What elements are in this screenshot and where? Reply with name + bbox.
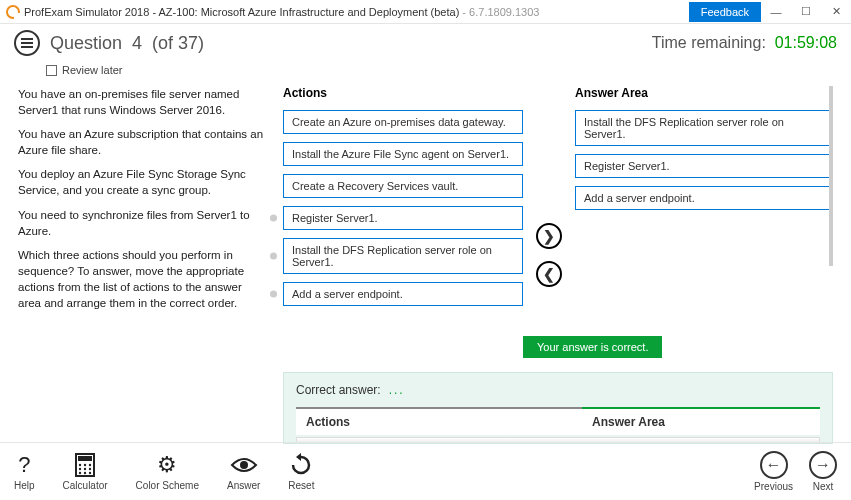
- question-p4: You need to synchronize files from Serve…: [18, 207, 265, 239]
- gear-icon: ⚙: [157, 452, 177, 478]
- question-p1: You have an on-premises file server name…: [18, 86, 265, 118]
- review-label: Review later: [62, 64, 123, 76]
- question-p2: You have an Azure subscription that cont…: [18, 126, 265, 158]
- action-item[interactable]: Install the Azure File Sync agent on Ser…: [283, 142, 523, 166]
- review-later[interactable]: Review later: [0, 62, 851, 82]
- svg-point-6: [84, 468, 86, 470]
- arrow-right-icon: →: [809, 451, 837, 479]
- action-item[interactable]: Register Server1.: [283, 206, 523, 230]
- question-total: (of 37): [152, 33, 204, 53]
- svg-point-5: [79, 468, 81, 470]
- question-text: You have an on-premises file server name…: [18, 86, 283, 444]
- question-p3: You deploy an Azure File Sync Storage Sy…: [18, 166, 265, 198]
- footer-toolbar: ? Help Calculator ⚙ Color Scheme Answer …: [0, 442, 851, 500]
- next-button[interactable]: → Next: [809, 451, 837, 492]
- drag-dot-icon: [270, 291, 277, 298]
- color-scheme-button[interactable]: ⚙ Color Scheme: [136, 452, 199, 491]
- drag-dot-icon: [270, 215, 277, 222]
- correct-answer-title: Answer Area: [582, 407, 820, 435]
- time-remaining: Time remaining: 01:59:08: [652, 34, 837, 52]
- content-area: You have an on-premises file server name…: [0, 82, 851, 444]
- actions-title: Actions: [283, 86, 523, 100]
- answer-label: Answer: [227, 480, 260, 491]
- svg-point-8: [79, 472, 81, 474]
- action-item[interactable]: Create an Azure on-premises data gateway…: [283, 110, 523, 134]
- title-bar: ProfExam Simulator 2018 - AZ-100: Micros…: [0, 0, 851, 24]
- svg-point-9: [84, 472, 86, 474]
- nav-buttons: ← Previous → Next: [754, 451, 837, 492]
- app-logo-icon: [6, 5, 20, 19]
- calculator-button[interactable]: Calculator: [63, 452, 108, 491]
- scrollbar-thumb[interactable]: [829, 86, 833, 266]
- svg-point-10: [89, 472, 91, 474]
- app-version: - 6.7.1809.1303: [459, 6, 539, 18]
- reset-label: Reset: [288, 480, 314, 491]
- next-label: Next: [813, 481, 834, 492]
- time-value: 01:59:08: [775, 34, 837, 51]
- action-item[interactable]: Add a server endpoint.: [283, 282, 523, 306]
- reset-icon: [289, 452, 313, 478]
- actions-column: Actions Create an Azure on-premises data…: [283, 86, 523, 314]
- answer-item[interactable]: Add a server endpoint.: [575, 186, 833, 210]
- expand-dots-icon[interactable]: ...: [389, 383, 405, 397]
- move-buttons: ❯ ❮: [533, 86, 565, 314]
- svg-point-7: [89, 468, 91, 470]
- reset-button[interactable]: Reset: [288, 452, 314, 491]
- action-item[interactable]: Create a Recovery Services vault.: [283, 174, 523, 198]
- answer-item[interactable]: Install the DFS Replication server role …: [575, 110, 833, 146]
- action-item[interactable]: Install the DFS Replication server role …: [283, 238, 523, 274]
- maximize-button[interactable]: ☐: [791, 5, 821, 18]
- previous-button[interactable]: ← Previous: [754, 451, 793, 492]
- answer-column: Answer Area Install the DFS Replication …: [575, 86, 833, 314]
- question-p5: Which three actions should you perform i…: [18, 247, 265, 311]
- feedback-button[interactable]: Feedback: [689, 2, 761, 22]
- question-counter: Question 4 (of 37): [50, 33, 204, 54]
- calculator-icon: [75, 452, 95, 478]
- vertical-scrollbar[interactable]: [829, 86, 833, 444]
- help-button[interactable]: ? Help: [14, 452, 35, 491]
- move-right-button[interactable]: ❯: [536, 223, 562, 249]
- eye-icon: [230, 452, 258, 478]
- answer-item[interactable]: Register Server1.: [575, 154, 833, 178]
- answer-title: Answer Area: [575, 86, 833, 100]
- answer-feedback: Your answer is correct.: [523, 336, 662, 358]
- question-label: Question: [50, 33, 122, 53]
- header: Question 4 (of 37) Time remaining: 01:59…: [0, 24, 851, 62]
- move-left-button[interactable]: ❮: [536, 261, 562, 287]
- drag-dot-icon: [270, 253, 277, 260]
- calculator-label: Calculator: [63, 480, 108, 491]
- correct-label: Correct answer:: [296, 383, 381, 397]
- close-button[interactable]: ✕: [821, 5, 851, 18]
- time-label: Time remaining:: [652, 34, 766, 51]
- color-scheme-label: Color Scheme: [136, 480, 199, 491]
- correct-actions-title: Actions: [296, 407, 582, 435]
- correct-answer-block: Correct answer:... Actions Answer Area: [283, 372, 833, 444]
- help-label: Help: [14, 480, 35, 491]
- question-number: 4: [132, 33, 142, 53]
- svg-point-4: [89, 464, 91, 466]
- review-checkbox[interactable]: [46, 65, 57, 76]
- window-title: ProfExam Simulator 2018 - AZ-100: Micros…: [24, 6, 539, 18]
- app-title: ProfExam Simulator 2018 - AZ-100: Micros…: [24, 6, 459, 18]
- correct-answer-header[interactable]: Correct answer:...: [296, 383, 820, 397]
- answer-panel: Actions Create an Azure on-premises data…: [283, 86, 833, 444]
- answer-button[interactable]: Answer: [227, 452, 260, 491]
- svg-rect-1: [78, 456, 92, 461]
- minimize-button[interactable]: —: [761, 6, 791, 18]
- menu-icon[interactable]: [14, 30, 40, 56]
- svg-point-3: [84, 464, 86, 466]
- svg-point-2: [79, 464, 81, 466]
- svg-point-11: [240, 461, 248, 469]
- previous-label: Previous: [754, 481, 793, 492]
- help-icon: ?: [18, 452, 30, 478]
- arrow-left-icon: ←: [760, 451, 788, 479]
